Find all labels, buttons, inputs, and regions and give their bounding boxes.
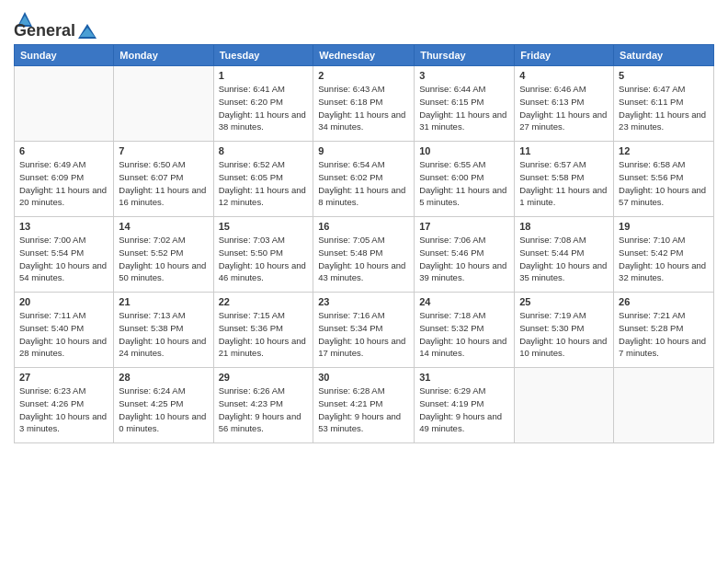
calendar-day-6: 6Sunrise: 6:49 AMSunset: 6:09 PMDaylight…: [15, 142, 114, 217]
day-number: 30: [318, 372, 409, 383]
day-info: Sunrise: 6:57 AMSunset: 5:58 PMDaylight:…: [519, 158, 609, 209]
calendar-day-8: 8Sunrise: 6:52 AMSunset: 6:05 PMDaylight…: [213, 142, 313, 217]
day-number: 23: [318, 296, 409, 307]
day-number: 25: [519, 296, 609, 307]
day-number: 17: [419, 221, 509, 232]
calendar-day-1: 1Sunrise: 6:41 AMSunset: 6:20 PMDaylight…: [213, 66, 313, 142]
day-number: 18: [519, 221, 609, 232]
calendar-day-empty: [614, 368, 714, 443]
calendar-day-14: 14Sunrise: 7:02 AMSunset: 5:52 PMDayligh…: [114, 217, 213, 293]
calendar-day-27: 27Sunrise: 6:23 AMSunset: 4:26 PMDayligh…: [15, 368, 114, 443]
day-number: 9: [318, 145, 409, 156]
logo: General: [14, 9, 99, 37]
calendar-day-5: 5Sunrise: 6:47 AMSunset: 6:11 PMDaylight…: [614, 66, 714, 142]
calendar-day-empty: [515, 368, 614, 443]
day-info: Sunrise: 6:28 AMSunset: 4:21 PMDaylight:…: [318, 385, 409, 435]
weekday-header-row: SundayMondayTuesdayWednesdayThursdayFrid…: [15, 45, 714, 66]
day-info: Sunrise: 7:02 AMSunset: 5:52 PMDaylight:…: [119, 234, 208, 284]
calendar-day-24: 24Sunrise: 7:18 AMSunset: 5:32 PMDayligh…: [415, 293, 515, 368]
calendar-day-29: 29Sunrise: 6:26 AMSunset: 4:23 PMDayligh…: [213, 368, 313, 443]
calendar-week-5: 27Sunrise: 6:23 AMSunset: 4:26 PMDayligh…: [15, 368, 714, 443]
day-info: Sunrise: 6:58 AMSunset: 5:56 PMDaylight:…: [619, 158, 709, 209]
day-info: Sunrise: 6:54 AMSunset: 6:02 PMDaylight:…: [318, 158, 409, 209]
day-info: Sunrise: 7:21 AMSunset: 5:28 PMDaylight:…: [619, 309, 709, 360]
day-info: Sunrise: 7:13 AMSunset: 5:38 PMDaylight:…: [119, 309, 208, 360]
calendar-day-30: 30Sunrise: 6:28 AMSunset: 4:21 PMDayligh…: [313, 368, 415, 443]
day-info: Sunrise: 6:41 AMSunset: 6:20 PMDaylight:…: [219, 83, 309, 133]
calendar-week-2: 6Sunrise: 6:49 AMSunset: 6:09 PMDaylight…: [15, 142, 714, 217]
weekday-header-monday: Monday: [114, 45, 213, 66]
day-number: 1: [219, 70, 309, 81]
day-number: 6: [19, 145, 108, 156]
calendar-week-1: 1Sunrise: 6:41 AMSunset: 6:20 PMDaylight…: [15, 66, 714, 142]
calendar-day-7: 7Sunrise: 6:50 AMSunset: 6:07 PMDaylight…: [114, 142, 213, 217]
day-number: 26: [619, 296, 709, 307]
day-number: 13: [19, 221, 108, 232]
day-info: Sunrise: 6:29 AMSunset: 4:19 PMDaylight:…: [419, 385, 509, 435]
day-info: Sunrise: 6:24 AMSunset: 4:25 PMDaylight:…: [119, 385, 208, 435]
day-number: 14: [119, 221, 208, 232]
calendar-day-21: 21Sunrise: 7:13 AMSunset: 5:38 PMDayligh…: [114, 293, 213, 368]
day-info: Sunrise: 7:10 AMSunset: 5:42 PMDaylight:…: [619, 234, 709, 284]
day-number: 20: [19, 296, 108, 307]
day-number: 21: [119, 296, 208, 307]
calendar-week-3: 13Sunrise: 7:00 AMSunset: 5:54 PMDayligh…: [15, 217, 714, 293]
calendar-day-23: 23Sunrise: 7:16 AMSunset: 5:34 PMDayligh…: [313, 293, 415, 368]
day-info: Sunrise: 7:11 AMSunset: 5:40 PMDaylight:…: [19, 309, 108, 360]
day-number: 29: [219, 372, 309, 383]
day-info: Sunrise: 7:08 AMSunset: 5:44 PMDaylight:…: [519, 234, 609, 284]
calendar-day-15: 15Sunrise: 7:03 AMSunset: 5:50 PMDayligh…: [213, 217, 313, 293]
calendar-day-9: 9Sunrise: 6:54 AMSunset: 6:02 PMDaylight…: [313, 142, 415, 217]
weekday-header-thursday: Thursday: [415, 45, 515, 66]
calendar-day-20: 20Sunrise: 7:11 AMSunset: 5:40 PMDayligh…: [15, 293, 114, 368]
calendar-day-17: 17Sunrise: 7:06 AMSunset: 5:46 PMDayligh…: [415, 217, 515, 293]
day-number: 2: [318, 70, 409, 81]
day-number: 16: [318, 221, 409, 232]
day-info: Sunrise: 6:47 AMSunset: 6:11 PMDaylight:…: [619, 83, 709, 133]
calendar-day-22: 22Sunrise: 7:15 AMSunset: 5:36 PMDayligh…: [213, 293, 313, 368]
day-info: Sunrise: 6:23 AMSunset: 4:26 PMDaylight:…: [19, 385, 108, 435]
calendar-day-25: 25Sunrise: 7:19 AMSunset: 5:30 PMDayligh…: [515, 293, 614, 368]
day-number: 7: [119, 145, 208, 156]
day-info: Sunrise: 7:18 AMSunset: 5:32 PMDaylight:…: [419, 309, 509, 360]
header: General: [14, 9, 714, 37]
day-info: Sunrise: 7:19 AMSunset: 5:30 PMDaylight:…: [519, 309, 609, 360]
day-info: Sunrise: 7:06 AMSunset: 5:46 PMDaylight:…: [419, 234, 509, 284]
calendar-day-11: 11Sunrise: 6:57 AMSunset: 5:58 PMDayligh…: [515, 142, 614, 217]
day-number: 8: [219, 145, 309, 156]
day-number: 28: [119, 372, 208, 383]
day-number: 10: [419, 145, 509, 156]
day-number: 15: [219, 221, 309, 232]
day-number: 11: [519, 145, 609, 156]
day-info: Sunrise: 6:52 AMSunset: 6:05 PMDaylight:…: [219, 158, 309, 209]
day-number: 5: [619, 70, 709, 81]
calendar-day-13: 13Sunrise: 7:00 AMSunset: 5:54 PMDayligh…: [15, 217, 114, 293]
day-number: 31: [419, 372, 509, 383]
calendar-day-28: 28Sunrise: 6:24 AMSunset: 4:25 PMDayligh…: [114, 368, 213, 443]
day-number: 3: [419, 70, 509, 81]
calendar-day-26: 26Sunrise: 7:21 AMSunset: 5:28 PMDayligh…: [614, 293, 714, 368]
day-info: Sunrise: 6:46 AMSunset: 6:13 PMDaylight:…: [519, 83, 609, 133]
day-info: Sunrise: 7:03 AMSunset: 5:50 PMDaylight:…: [219, 234, 309, 284]
calendar-day-empty: [114, 66, 213, 142]
calendar-day-2: 2Sunrise: 6:43 AMSunset: 6:18 PMDaylight…: [313, 66, 415, 142]
calendar-table: SundayMondayTuesdayWednesdayThursdayFrid…: [14, 44, 714, 443]
calendar-day-19: 19Sunrise: 7:10 AMSunset: 5:42 PMDayligh…: [614, 217, 714, 293]
calendar-day-4: 4Sunrise: 6:46 AMSunset: 6:13 PMDaylight…: [515, 66, 614, 142]
calendar-day-18: 18Sunrise: 7:08 AMSunset: 5:44 PMDayligh…: [515, 217, 614, 293]
day-info: Sunrise: 7:16 AMSunset: 5:34 PMDaylight:…: [318, 309, 409, 360]
calendar-week-4: 20Sunrise: 7:11 AMSunset: 5:40 PMDayligh…: [15, 293, 714, 368]
calendar-day-3: 3Sunrise: 6:44 AMSunset: 6:15 PMDaylight…: [415, 66, 515, 142]
day-number: 19: [619, 221, 709, 232]
calendar-day-31: 31Sunrise: 6:29 AMSunset: 4:19 PMDayligh…: [415, 368, 515, 443]
logo-triangle-icon: [77, 23, 97, 40]
day-number: 27: [19, 372, 108, 383]
logo-general2: General: [14, 21, 75, 40]
calendar-day-12: 12Sunrise: 6:58 AMSunset: 5:56 PMDayligh…: [614, 142, 714, 217]
weekday-header-tuesday: Tuesday: [213, 45, 313, 66]
day-info: Sunrise: 7:00 AMSunset: 5:54 PMDaylight:…: [19, 234, 108, 284]
weekday-header-friday: Friday: [515, 45, 614, 66]
calendar-day-16: 16Sunrise: 7:05 AMSunset: 5:48 PMDayligh…: [313, 217, 415, 293]
day-number: 12: [619, 145, 709, 156]
day-number: 22: [219, 296, 309, 307]
